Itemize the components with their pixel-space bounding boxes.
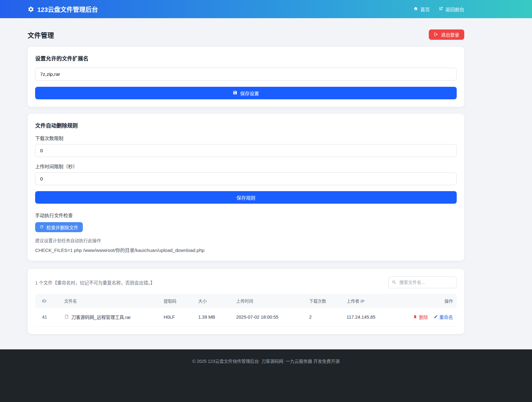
refresh-icon [40, 225, 44, 230]
pencil-icon [434, 315, 438, 320]
delete-label: 删除 [419, 314, 428, 320]
rename-file-link[interactable]: 重命名 [434, 314, 453, 320]
home-icon [413, 6, 418, 12]
trash-icon [413, 315, 417, 320]
files-toolbar: 1 个文件【重命名时，切记不可为重复名称，否则会出错。】 [35, 276, 457, 288]
rules-card-title: 文件自动删除规则 [35, 121, 457, 129]
rename-label: 重命名 [439, 314, 453, 320]
cogs-icon [28, 6, 34, 13]
cell-upload-time: 2025-07-02 18:00:55 [231, 308, 304, 326]
logout-label: 退出登录 [441, 31, 459, 38]
delete-file-link[interactable]: 删除 [413, 314, 428, 320]
upload-time-limit-input[interactable] [35, 172, 457, 185]
page-wrap: 文件管理 退出登录 设置允许的文件扩展名 保存设置 文件自动删除规则 下载次数限… [28, 18, 464, 334]
col-actions: 操作 [404, 294, 457, 308]
brand-title: 123云盘文件管理后台 [37, 5, 98, 14]
files-table: ID 文件名 提取码 大小 上传时间 下载次数 上传者 IP 操作 41 [35, 294, 457, 326]
col-size: 大小 [193, 294, 231, 308]
col-filename: 文件名 [59, 294, 159, 308]
cell-code: H0LF [159, 308, 193, 326]
allowed-extensions-input[interactable] [35, 68, 457, 81]
page-title: 文件管理 [28, 30, 54, 39]
download-limit-input[interactable] [35, 144, 457, 157]
save-settings-button[interactable]: 保存设置 [35, 87, 457, 99]
cell-uploader-ip: 117.24.145.85 [342, 308, 404, 326]
navbar-inner: 123云盘文件管理后台 首页 返回前台 [28, 5, 464, 14]
files-summary: 1 个文件【重命名时，切记不可为重复名称，否则会出错。】 [35, 279, 155, 286]
floppy-save-icon [233, 90, 237, 96]
download-limit-field: 下载次数限制 [35, 135, 457, 157]
col-id: ID [35, 294, 59, 308]
top-navbar: 123云盘文件管理后台 首页 返回前台 [0, 0, 532, 18]
nav-frontend-link[interactable]: 返回前台 [439, 6, 464, 13]
file-name-text: 刀客源码网_远程管理工具.rar [72, 314, 131, 320]
file-icon [64, 314, 69, 320]
table-row: 41 刀客源码网_远程管理工具.rar H0LF 1.39 MB 2025-07… [35, 308, 457, 326]
extension-card-title: 设置允许的文件扩展名 [35, 54, 457, 62]
extension-settings-card: 设置允许的文件扩展名 保存设置 [28, 47, 464, 107]
cron-command-text: CHECK_FILES=1 php /www/wwwroot/你的目录/kaui… [35, 247, 457, 253]
brand[interactable]: 123云盘文件管理后台 [28, 5, 98, 14]
save-rules-button[interactable]: 保存规则 [35, 191, 457, 204]
cell-actions: 删除 重命名 [404, 308, 457, 326]
save-settings-label: 保存设置 [240, 90, 259, 97]
table-header-row: ID 文件名 提取码 大小 上传时间 下载次数 上传者 IP 操作 [35, 294, 457, 308]
upload-time-limit-field: 上传时间限制（秒） [35, 163, 457, 185]
nav-home-link[interactable]: 首页 [413, 6, 430, 13]
files-card: 1 个文件【重命名时，切记不可为重复名称，否则会出错。】 ID 文件名 提取码 … [28, 269, 464, 334]
manual-check-label: 手动执行文件检查 [35, 212, 457, 218]
cell-downloads: 2 [304, 308, 342, 326]
cell-id: 41 [35, 308, 59, 326]
logout-button[interactable]: 退出登录 [429, 29, 464, 40]
auto-delete-rules-card: 文件自动删除规则 下载次数限制 上传时间限制（秒） 保存规则 手动执行文件检查 … [28, 114, 464, 261]
upload-time-limit-label: 上传时间限制（秒） [35, 163, 457, 170]
col-code: 提取码 [159, 294, 193, 308]
cell-size: 1.39 MB [193, 308, 231, 326]
save-rules-label: 保存规则 [237, 194, 255, 201]
col-downloads: 下载次数 [304, 294, 342, 308]
col-uploader-ip: 上传者 IP [342, 294, 404, 308]
page-header: 文件管理 退出登录 [28, 29, 464, 40]
check-delete-files-label: 检查并删除文件 [46, 224, 78, 231]
search-input[interactable] [388, 276, 457, 288]
download-limit-label: 下载次数限制 [35, 135, 457, 141]
external-link-icon [439, 6, 443, 12]
nav-frontend-label: 返回前台 [445, 6, 464, 13]
page-content: 文件管理 退出登录 设置允许的文件扩展名 保存设置 文件自动删除规则 下载次数限… [0, 18, 532, 349]
cron-hint-text: 建议设置计划任务自动执行此操作 [35, 237, 457, 243]
check-delete-files-button[interactable]: 检查并删除文件 [35, 222, 83, 232]
footer-text: © 2025 123云盘文件快传管理后台 刀客源码网 一九云服务器 开发免费开源 [192, 349, 340, 402]
search-box [388, 276, 457, 288]
cell-filename: 刀客源码网_远程管理工具.rar [59, 308, 159, 326]
col-upload-time: 上传时间 [231, 294, 304, 308]
page-footer: © 2025 123云盘文件快传管理后台 刀客源码网 一九云服务器 开发免费开源 [0, 349, 532, 402]
nav-links: 首页 返回前台 [413, 6, 464, 13]
sign-out-icon [434, 32, 439, 38]
nav-home-label: 首页 [420, 6, 430, 13]
